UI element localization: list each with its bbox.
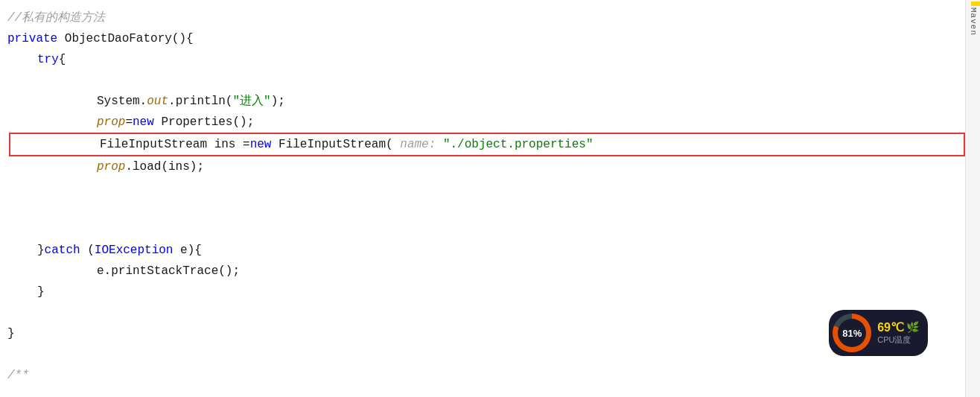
code-line-blank2 bbox=[7, 177, 965, 198]
code-container: //私有的构造方法 private ObjectDaoFatory(){ try… bbox=[0, 7, 965, 386]
comment-text: //私有的构造方法 bbox=[7, 7, 105, 28]
keyword-try: try bbox=[37, 49, 59, 70]
param-name: name: bbox=[393, 134, 443, 155]
cpu-temp-label: CPU温度 bbox=[877, 334, 911, 346]
code-line-printstacktrace: e.printStackTrace(); bbox=[7, 261, 965, 282]
cpu-temp-icon: 🌿 bbox=[906, 321, 919, 334]
cpu-temp-area: 69℃ 🌿 CPU温度 bbox=[877, 320, 919, 346]
keyword-new: new bbox=[133, 112, 161, 133]
try-brace: { bbox=[59, 49, 66, 70]
cpu-circle-inner: 81% bbox=[838, 319, 866, 347]
code-line-method-decl: private ObjectDaoFatory(){ bbox=[7, 28, 965, 49]
code-line-close-method: } bbox=[7, 323, 965, 344]
cpu-circle: 81% bbox=[833, 314, 871, 352]
out-text: out bbox=[147, 91, 168, 112]
javadoc-start: /** bbox=[7, 365, 29, 386]
prop-load-text: .load(ins); bbox=[125, 156, 204, 177]
code-editor: //私有的构造方法 private ObjectDaoFatory(){ try… bbox=[0, 0, 965, 397]
keyword-catch: catch bbox=[45, 240, 88, 261]
close-method-brace: } bbox=[7, 323, 15, 344]
println-close: ); bbox=[271, 91, 285, 112]
code-line-println: System.out.println("进入"); bbox=[7, 91, 965, 112]
catch-var: e){ bbox=[173, 240, 201, 261]
code-line-comment: //私有的构造方法 bbox=[7, 7, 965, 28]
code-line-blank1 bbox=[7, 70, 965, 91]
e-printstacktrace: e.printStackTrace(); bbox=[97, 261, 240, 282]
code-line-blank3 bbox=[7, 198, 965, 219]
fis-decl: FileInputStream ins = bbox=[100, 134, 250, 155]
cpu-temp-row: 69℃ 🌿 bbox=[877, 320, 919, 334]
string-jinru: "进入" bbox=[232, 91, 270, 112]
properties-text: Properties(); bbox=[161, 112, 254, 133]
cpu-temp-value: 69℃ bbox=[877, 320, 904, 334]
code-line-prop-new: prop=new Properties(); bbox=[7, 112, 965, 133]
keyword-new2: new bbox=[250, 134, 279, 155]
prop-load-italic: prop bbox=[97, 156, 125, 177]
system-text: System. bbox=[97, 91, 147, 112]
code-line-catch: }catch (IOException e){ bbox=[7, 240, 965, 261]
code-line-close-catch: } bbox=[7, 282, 965, 302]
code-line-fis: FileInputStream ins =new FileInputStream… bbox=[9, 133, 965, 156]
right-sidebar: Maven bbox=[965, 0, 980, 397]
exception-type: IOException bbox=[95, 240, 174, 261]
catch-brace-open: } bbox=[37, 240, 45, 261]
catch-paren: ( bbox=[87, 240, 95, 261]
fis-string: "./object.properties" bbox=[443, 134, 594, 155]
println-text: .println( bbox=[168, 91, 232, 112]
cpu-percent: 81% bbox=[842, 328, 862, 339]
scrollbar-indicator[interactable] bbox=[971, 1, 980, 6]
code-line-javadoc: /** bbox=[7, 365, 965, 386]
cpu-widget: 81% 69℃ 🌿 CPU温度 bbox=[829, 310, 928, 356]
sidebar-maven-label[interactable]: Maven bbox=[969, 7, 978, 36]
prop-assign: = bbox=[125, 112, 133, 133]
fis-new: FileInputStream( bbox=[279, 134, 393, 155]
code-line-blank6 bbox=[7, 344, 965, 365]
code-line-prop-load: prop.load(ins); bbox=[7, 156, 965, 177]
code-line-blank5 bbox=[7, 302, 965, 323]
keyword-private: private bbox=[7, 28, 65, 49]
code-line-try: try{ bbox=[7, 49, 965, 70]
code-line-blank4 bbox=[7, 219, 965, 240]
prop-italic: prop bbox=[97, 112, 125, 133]
close-catch-brace: } bbox=[37, 282, 45, 302]
method-name: ObjectDaoFatory(){ bbox=[65, 28, 194, 49]
